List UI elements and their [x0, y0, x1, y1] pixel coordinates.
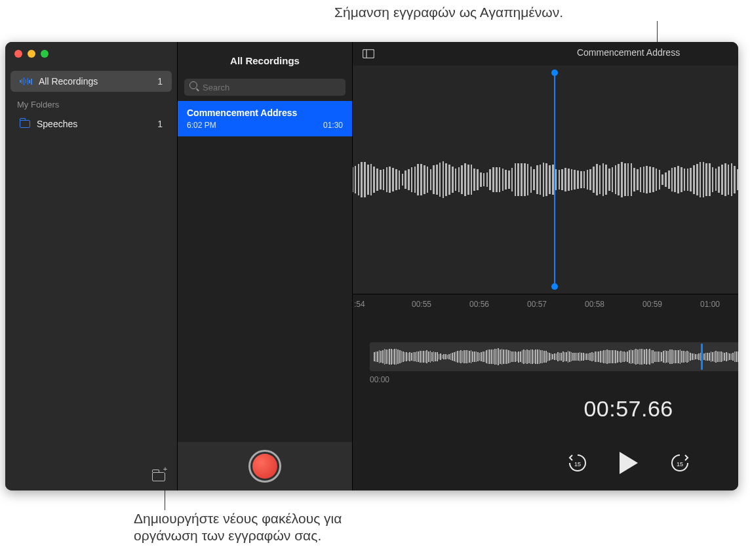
svg-text:15: 15: [574, 461, 581, 468]
sidebar: All Recordings 1 My Folders Speeches 1: [5, 42, 177, 490]
recordings-list-title: All Recordings: [178, 42, 352, 79]
callout-favorite-leader: [657, 21, 658, 45]
sidebar-item-label: Speeches: [37, 119, 77, 129]
waveform-area[interactable]: [353, 66, 738, 294]
skip-back-button[interactable]: 15: [567, 452, 588, 473]
overview-playhead[interactable]: [701, 344, 703, 370]
sidebar-item-count: 1: [157, 119, 163, 129]
sidebar-item-count: 1: [157, 76, 163, 87]
overview-times: 00:00 01:30: [370, 375, 738, 384]
timecode: 00:57.66: [353, 396, 738, 422]
playhead[interactable]: [554, 72, 555, 287]
big-waveform: [353, 140, 738, 219]
minimize-window-button[interactable]: [28, 50, 35, 58]
folder-icon: [20, 120, 30, 128]
callout-newfolder-text: Δημιουργήστε νέους φακέλους για οργάνωση…: [134, 510, 342, 545]
search-icon: [189, 81, 197, 89]
record-icon: [252, 454, 277, 479]
recording-duration: 01:30: [323, 121, 343, 130]
detail-pane: Commencement Address Edit :54 00:55 00:5…: [353, 42, 738, 490]
transport-controls: 15 15: [353, 452, 738, 474]
play-button[interactable]: [620, 452, 638, 474]
search-input[interactable]: [184, 79, 345, 96]
overview-waveform[interactable]: [370, 342, 738, 371]
sidebar-item-label: All Recordings: [39, 76, 98, 87]
record-button[interactable]: [248, 450, 281, 483]
zoom-window-button[interactable]: [41, 50, 49, 58]
svg-rect-0: [363, 50, 374, 58]
sidebar-item-speeches[interactable]: Speeches 1: [10, 113, 172, 134]
recordings-list-column: All Recordings Commencement Address 6:02…: [177, 42, 353, 490]
sidebar-list: All Recordings 1 My Folders Speeches 1: [5, 66, 177, 463]
recording-item[interactable]: Commencement Address 6:02 PM 01:30: [178, 101, 352, 136]
recordings-list-footer: [178, 442, 352, 490]
app-window: All Recordings 1 My Folders Speeches 1 A…: [5, 42, 738, 490]
sidebar-item-all-recordings[interactable]: All Recordings 1: [10, 71, 172, 92]
new-folder-button[interactable]: [152, 472, 165, 481]
sidebar-section-header: My Folders: [5, 93, 177, 112]
svg-text:15: 15: [677, 461, 683, 468]
overview-start-time: 00:00: [370, 375, 389, 384]
sidebar-footer: [5, 463, 177, 490]
skip-forward-button[interactable]: 15: [669, 452, 690, 473]
time-ruler: :54 00:55 00:56 00:57 00:58 00:59 01:00: [353, 294, 738, 313]
detail-title: Commencement Address: [353, 47, 738, 58]
toolbar: Commencement Address Edit: [353, 42, 738, 66]
recording-time: 6:02 PM: [187, 121, 216, 130]
toggle-sidebar-button[interactable]: [359, 47, 378, 61]
recording-title: Commencement Address: [187, 108, 343, 118]
waveform-icon: [20, 77, 32, 86]
callout-favorite-text: Σήμανση εγγραφών ως Αγαπημένων.: [334, 4, 563, 21]
close-window-button[interactable]: [14, 50, 22, 58]
window-controls: [5, 42, 177, 66]
